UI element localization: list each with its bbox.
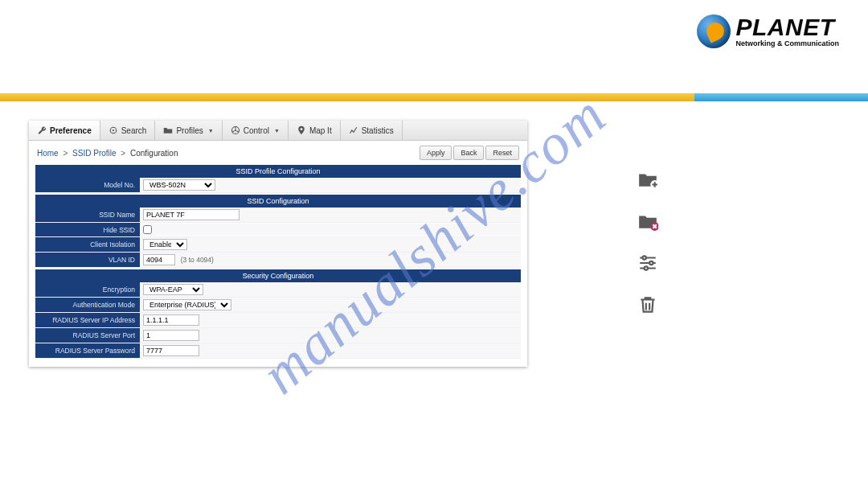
remove-profile-icon[interactable] bbox=[637, 211, 658, 232]
tab-mapit-label: Map It bbox=[309, 126, 332, 135]
settings-sliders-icon[interactable] bbox=[637, 253, 658, 273]
label-client-isolation: Client Isolation bbox=[35, 237, 140, 252]
auth-mode-select[interactable]: Enterprise (RADIUS) bbox=[143, 299, 231, 310]
back-button[interactable]: Back bbox=[453, 146, 484, 160]
brand-tagline: Networking & Communication bbox=[735, 39, 839, 47]
tab-profiles[interactable]: Profiles ▼ bbox=[155, 121, 222, 140]
label-hide-ssid: Hide SSID bbox=[35, 223, 140, 236]
model-select[interactable]: WBS-502N bbox=[143, 179, 215, 191]
encryption-select[interactable]: WPA-EAP bbox=[143, 284, 203, 295]
location-icon bbox=[297, 125, 306, 135]
radius-pass-input[interactable] bbox=[143, 345, 199, 356]
label-encryption: Encryption bbox=[35, 282, 140, 297]
svg-point-3 bbox=[235, 129, 236, 131]
brand-name: PLANET bbox=[735, 15, 839, 39]
radius-ip-input[interactable] bbox=[143, 314, 199, 326]
breadcrumb-home[interactable]: Home bbox=[37, 149, 59, 158]
steering-icon bbox=[231, 125, 240, 135]
breadcrumb-current: Configuration bbox=[130, 149, 178, 158]
side-icon-column bbox=[637, 169, 658, 315]
vlan-id-input[interactable] bbox=[143, 254, 175, 265]
globe-icon bbox=[697, 14, 731, 48]
new-profile-icon[interactable] bbox=[637, 169, 658, 190]
brand-logo: PLANET Networking & Communication bbox=[697, 14, 839, 48]
header-stripe bbox=[0, 93, 868, 101]
tab-statistics-label: Statistics bbox=[362, 126, 394, 135]
tab-control[interactable]: Control ▼ bbox=[223, 121, 289, 140]
folder-icon bbox=[163, 125, 173, 135]
svg-point-1 bbox=[113, 129, 114, 131]
config-panel: Preference Search Profiles ▼ Control ▼ bbox=[29, 121, 527, 367]
apply-button[interactable]: Apply bbox=[420, 146, 452, 160]
label-model: Model No. bbox=[35, 178, 140, 192]
label-ssid-name: SSID Name bbox=[35, 208, 140, 222]
chevron-down-icon: ▼ bbox=[274, 128, 280, 134]
tab-profiles-label: Profiles bbox=[176, 126, 203, 135]
section-ssid-header: SSID Configuration bbox=[35, 195, 521, 208]
tab-preference-label: Preference bbox=[50, 126, 92, 135]
label-radius-port: RADIUS Server Port bbox=[35, 328, 140, 343]
label-vlan-id: VLAN ID bbox=[35, 253, 140, 267]
target-icon bbox=[108, 125, 118, 135]
tab-bar: Preference Search Profiles ▼ Control ▼ bbox=[29, 121, 527, 141]
label-radius-pass: RADIUS Server Password bbox=[35, 343, 140, 358]
svg-point-8 bbox=[645, 266, 648, 269]
chart-icon bbox=[349, 125, 358, 135]
wrench-icon bbox=[37, 125, 47, 135]
tab-search-label: Search bbox=[121, 126, 147, 135]
label-auth-mode: Authentication Mode bbox=[35, 298, 140, 312]
tab-control-label: Control bbox=[244, 126, 269, 135]
tab-statistics[interactable]: Statistics bbox=[341, 121, 403, 140]
svg-point-7 bbox=[649, 261, 653, 265]
tab-search[interactable]: Search bbox=[100, 121, 156, 140]
breadcrumb: Home > SSID Profile > Configuration bbox=[37, 149, 420, 158]
svg-point-6 bbox=[643, 256, 646, 259]
section-profile-header: SSID Profile Configuration bbox=[35, 165, 521, 178]
tab-mapit[interactable]: Map It bbox=[289, 121, 341, 140]
client-isolation-select[interactable]: Enable bbox=[143, 239, 187, 250]
radius-port-input[interactable] bbox=[143, 330, 199, 341]
delete-trash-icon[interactable] bbox=[637, 294, 658, 315]
vlan-hint: (3 to 4094) bbox=[181, 256, 214, 264]
reset-button[interactable]: Reset bbox=[485, 146, 519, 160]
ssid-name-input[interactable] bbox=[143, 209, 240, 220]
hide-ssid-checkbox[interactable] bbox=[143, 225, 152, 234]
label-radius-ip: RADIUS Server IP Address bbox=[35, 313, 140, 327]
chevron-down-icon: ▼ bbox=[208, 128, 214, 134]
breadcrumb-ssid-profile[interactable]: SSID Profile bbox=[72, 149, 116, 158]
tab-preference[interactable]: Preference bbox=[29, 121, 100, 140]
section-security-header: Security Configuration bbox=[35, 269, 521, 282]
